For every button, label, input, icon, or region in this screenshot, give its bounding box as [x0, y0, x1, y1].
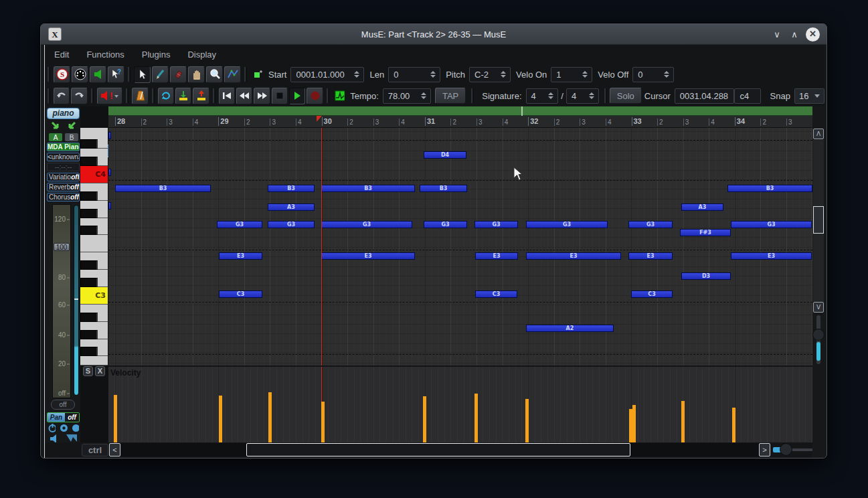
whats-this-button[interactable]: ?: [108, 66, 124, 83]
punch-in-button[interactable]: [175, 88, 191, 104]
note-E3[interactable]: E3: [475, 252, 518, 260]
playhead-line[interactable]: [321, 128, 322, 365]
solo-button[interactable]: Solo: [610, 88, 642, 104]
zoom-tool-button[interactable]: [206, 66, 223, 83]
piano-black-key[interactable]: [80, 139, 98, 149]
piano-white-key[interactable]: [80, 235, 108, 252]
velocity-stem[interactable]: [632, 405, 636, 442]
note-canvas[interactable]: D4B3B3B3B3B3A3A3G3G3G3G3G3G3G3G3F#3E3E3E…: [108, 128, 812, 365]
note-E3[interactable]: E3: [628, 252, 673, 260]
note-A3[interactable]: A3: [268, 203, 315, 211]
pointer-tool-button[interactable]: [134, 66, 151, 83]
piano-black-key[interactable]: [80, 191, 98, 201]
note-G3[interactable]: G3: [424, 221, 467, 228]
velocity-stem[interactable]: [474, 394, 478, 442]
mute-dot-icon[interactable]: [72, 424, 79, 432]
vscrollbar-thumb[interactable]: [813, 206, 824, 234]
note-fragment[interactable]: [108, 132, 111, 139]
ctrl-button[interactable]: ctrl: [82, 444, 108, 456]
velocity-stem[interactable]: [525, 399, 529, 442]
eraser-tool-button[interactable]: [170, 66, 187, 83]
velo-off-spinner[interactable]: [663, 71, 671, 78]
sig-den-spinner[interactable]: [588, 92, 596, 99]
redo-button[interactable]: [71, 88, 87, 104]
panic-button[interactable]: !: [97, 88, 123, 104]
draw-line-tool-button[interactable]: [224, 66, 241, 83]
note-B3[interactable]: B3: [727, 185, 812, 192]
note-A3[interactable]: A3: [681, 203, 723, 211]
velocity-stem[interactable]: [732, 408, 735, 442]
sig-num-spinner[interactable]: [547, 92, 555, 99]
record-arm-icon[interactable]: [60, 424, 67, 432]
pitch-field[interactable]: C-2: [469, 67, 511, 82]
vel-solo-button[interactable]: S: [83, 366, 93, 376]
solo-indicator-button[interactable]: S: [54, 66, 70, 83]
piano-black-key[interactable]: [80, 209, 98, 218]
velocity-panel[interactable]: Velocity: [108, 365, 812, 442]
velocity-stem[interactable]: [321, 402, 325, 442]
toolbar-grip[interactable]: [471, 88, 474, 103]
note-G3[interactable]: G3: [731, 221, 812, 228]
velocity-stem[interactable]: [423, 396, 426, 442]
titlebar[interactable]: X MusE: Part <Track 2> 26-35 — MusE ∨ ∧ …: [41, 24, 827, 45]
piano-black-key[interactable]: [80, 330, 98, 339]
toolbar-grip[interactable]: [152, 88, 155, 103]
menu-functions[interactable]: Functions: [86, 50, 124, 60]
toolbar-grip[interactable]: [48, 88, 50, 103]
maximize-button[interactable]: ∧: [788, 29, 800, 39]
speaker-button[interactable]: [90, 66, 106, 83]
vzoom-knob[interactable]: [812, 329, 824, 341]
len-spinner[interactable]: [429, 71, 437, 78]
stop-button[interactable]: [272, 88, 288, 104]
menu-display[interactable]: Display: [187, 50, 216, 60]
note-G3[interactable]: G3: [217, 221, 262, 228]
scroll-left-button[interactable]: <: [109, 443, 120, 456]
record-button[interactable]: [307, 88, 323, 104]
velocity-stem[interactable]: [268, 392, 272, 442]
sig-den-field[interactable]: 4: [566, 88, 599, 104]
midi-thru-icon[interactable]: [66, 434, 78, 443]
pencil-tool-button[interactable]: [152, 66, 169, 83]
toolbar-grip[interactable]: [128, 67, 131, 82]
piano-black-key[interactable]: [80, 347, 98, 356]
scroll-down-button[interactable]: ᐯ: [813, 302, 824, 313]
volume-scale-handle[interactable]: 100: [54, 243, 70, 251]
note-G3[interactable]: G3: [526, 221, 608, 228]
hzoom-knob[interactable]: [780, 443, 792, 456]
piano-black-key[interactable]: [80, 278, 98, 287]
note-E3[interactable]: E3: [526, 252, 621, 260]
metronome-button[interactable]: [132, 88, 148, 104]
velo-off-field[interactable]: 0: [632, 67, 674, 82]
note-G3[interactable]: G3: [628, 221, 673, 228]
note-fragment[interactable]: [108, 169, 111, 176]
volume-off-button[interactable]: off: [51, 400, 75, 410]
velo-on-field[interactable]: 1: [551, 67, 592, 82]
layer-a-button[interactable]: A: [48, 133, 63, 142]
volume-slider[interactable]: [74, 205, 79, 396]
tap-button[interactable]: TAP: [435, 88, 466, 104]
piano-white-key[interactable]: [80, 356, 108, 365]
scroll-up-button[interactable]: ᐱ: [813, 129, 824, 139]
start-field[interactable]: 0001.01.000: [290, 67, 364, 82]
note-fragment[interactable]: [108, 202, 111, 210]
note-E3[interactable]: E3: [321, 252, 415, 260]
menu-edit[interactable]: Edit: [54, 50, 69, 60]
note-G3[interactable]: G3: [321, 221, 412, 228]
note-C3[interactable]: C3: [475, 290, 517, 298]
velocity-stem[interactable]: [114, 395, 117, 442]
note-B3[interactable]: B3: [115, 185, 211, 192]
start-spinner[interactable]: [353, 71, 361, 78]
scroll-right-button[interactable]: >: [759, 443, 770, 456]
track-name-tab[interactable]: piano: [47, 108, 80, 119]
tempo-spinner[interactable]: [420, 92, 428, 99]
variation-control[interactable]: Variatio off: [47, 173, 80, 181]
piano-black-key[interactable]: [80, 260, 98, 270]
monitor-speaker-icon[interactable]: [50, 434, 59, 443]
piano-black-key[interactable]: [80, 226, 98, 235]
note-E3[interactable]: E3: [219, 252, 262, 260]
piano-white-key[interactable]: C4: [80, 166, 108, 183]
sig-num-field[interactable]: 4: [526, 88, 559, 104]
loop-button[interactable]: [158, 88, 174, 104]
toolbar-grip[interactable]: [91, 88, 94, 103]
forward-button[interactable]: [254, 88, 270, 104]
